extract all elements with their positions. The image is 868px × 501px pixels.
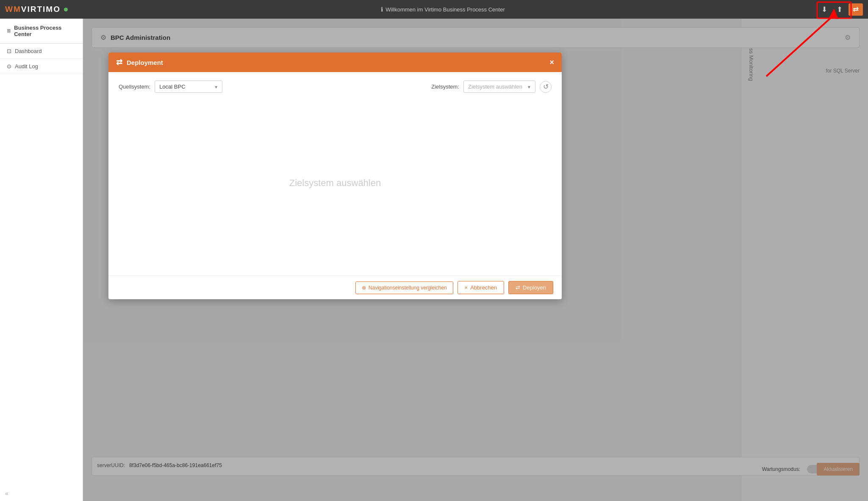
logo-text: WMVIRTIMO xyxy=(5,5,61,14)
sidebar-item-audit-log[interactable]: ⊙ Audit Log xyxy=(0,59,83,74)
collapse-icon: « xyxy=(5,490,8,497)
audit-log-icon: ⊙ xyxy=(7,63,11,70)
audit-log-label: Audit Log xyxy=(15,63,38,70)
modal-title-group: ⇄ Deployment xyxy=(116,58,163,67)
target-select-wrapper: Zielsystem auswählen xyxy=(463,81,535,93)
dashboard-label: Dashboard xyxy=(15,48,42,54)
welcome-text: Willkommen im Virtimo Business Process C… xyxy=(385,6,505,13)
source-label: Quellsystem: xyxy=(119,84,150,90)
nav-compare-label: Navigationseinstellung vergleichen xyxy=(369,285,447,291)
app-logo: WMVIRTIMO xyxy=(5,5,68,14)
reset-icon: ↺ xyxy=(543,83,549,91)
dashboard-icon: ⊡ xyxy=(7,48,11,54)
nav-compare-icon: ⊕ xyxy=(362,285,366,291)
sidebar-item-dashboard[interactable]: ⊡ Dashboard xyxy=(0,44,83,59)
modal-body: Quellsystem: Local BPC Zielsystem: Ziels… xyxy=(108,72,562,276)
status-indicator xyxy=(64,8,68,11)
modal-backdrop: ⇄ Deployment × Quellsystem: Local BPC xyxy=(83,19,868,501)
deployen-button[interactable]: ⇄ Deployen xyxy=(508,281,553,294)
modal-placeholder-text: Zielsystem auswählen xyxy=(119,178,552,189)
sidebar-menu-icon: ≡ xyxy=(7,27,11,35)
abbrechen-label: Abbrechen xyxy=(470,284,497,291)
source-system-group: Quellsystem: Local BPC xyxy=(119,81,222,93)
topbar: WMVIRTIMO ℹ Willkommen im Virtimo Busine… xyxy=(0,0,868,19)
modal-header: ⇄ Deployment × xyxy=(108,53,562,72)
deployment-icon: ⇄ xyxy=(116,58,122,67)
modal-close-button[interactable]: × xyxy=(549,58,554,67)
target-system-group: Zielsystem: Zielsystem auswählen ↺ xyxy=(431,81,552,93)
modal-footer: ⊕ Navigationseinstellung vergleichen × A… xyxy=(108,276,562,299)
abbrechen-icon: × xyxy=(465,284,468,291)
abbrechen-button[interactable]: × Abbrechen xyxy=(458,281,504,294)
topbar-title: ℹ Willkommen im Virtimo Business Process… xyxy=(381,6,505,13)
deployment-button[interactable]: ⇄ xyxy=(849,3,863,16)
target-select[interactable]: Zielsystem auswählen xyxy=(463,81,535,93)
sidebar: ≡ Business Process Center ⊡ Dashboard ⊙ … xyxy=(0,19,83,501)
source-select[interactable]: Local BPC xyxy=(155,81,222,93)
deployen-label: Deployen xyxy=(523,284,546,291)
topbar-actions: ⬇ ⬆ ⇄ xyxy=(818,3,863,16)
download-button[interactable]: ⬇ xyxy=(818,3,831,16)
sidebar-title: Business Process Center xyxy=(14,25,76,37)
reset-target-button[interactable]: ↺ xyxy=(540,81,552,93)
modal-title-text: Deployment xyxy=(127,59,163,66)
modal-form-row: Quellsystem: Local BPC Zielsystem: Ziels… xyxy=(119,81,552,93)
nav-compare-button[interactable]: ⊕ Navigationseinstellung vergleichen xyxy=(355,281,453,294)
sidebar-collapse-button[interactable]: « xyxy=(5,490,8,497)
upload-button[interactable]: ⬆ xyxy=(833,3,846,16)
sidebar-header: ≡ Business Process Center xyxy=(0,19,83,44)
deployen-icon: ⇄ xyxy=(516,284,520,291)
deployment-modal: ⇄ Deployment × Quellsystem: Local BPC xyxy=(108,53,562,299)
target-label: Zielsystem: xyxy=(431,84,459,90)
source-select-wrapper: Local BPC xyxy=(155,81,222,93)
info-icon: ℹ xyxy=(381,6,383,13)
